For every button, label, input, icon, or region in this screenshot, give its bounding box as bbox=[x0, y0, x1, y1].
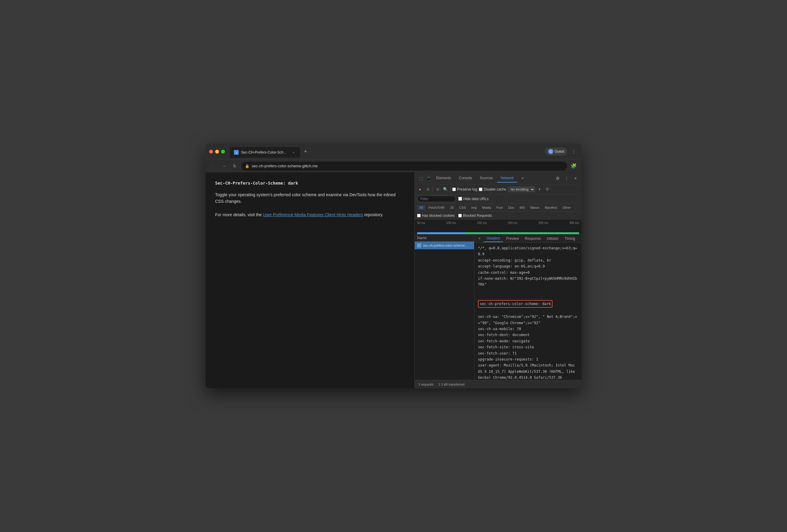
devtools-cursor-icon[interactable]: ⬚ bbox=[417, 175, 424, 182]
timeline-label-150: 150 ms bbox=[477, 221, 487, 225]
page-link[interactable]: User Preference Media Features Client Hi… bbox=[263, 212, 363, 217]
tab-more[interactable]: » bbox=[518, 174, 527, 182]
forward-button[interactable]: → bbox=[220, 162, 228, 170]
filter-button[interactable]: ⊘ bbox=[435, 186, 441, 192]
detail-tab-preview[interactable]: Preview bbox=[503, 235, 522, 242]
refresh-button[interactable]: ↻ bbox=[231, 162, 239, 170]
request-item[interactable]: sec-ch-prefers-color-scheme… bbox=[415, 242, 474, 249]
detail-tab-initiator[interactable]: Initiator bbox=[544, 235, 561, 242]
type-btn-manifest[interactable]: Manifest bbox=[543, 205, 560, 210]
page-paragraph-2: For more details, visit the User Prefere… bbox=[215, 212, 405, 218]
hide-data-urls-checkbox[interactable]: Hide data URLs bbox=[458, 197, 489, 201]
devtools-mobile-icon[interactable]: 📱 bbox=[425, 175, 432, 182]
more-options-button[interactable]: ⋮ bbox=[570, 147, 578, 156]
disable-cache-input[interactable] bbox=[479, 187, 483, 191]
detail-tab-close[interactable]: × bbox=[475, 235, 484, 242]
traffic-lights bbox=[209, 150, 225, 154]
page-text-3: repository. bbox=[364, 212, 383, 217]
type-btn-js[interactable]: JS bbox=[447, 205, 456, 210]
browser-tab[interactable]: S Sec-CH-Prefers-Color-Schem… × bbox=[230, 147, 300, 158]
title-bar: S Sec-CH-Prefers-Color-Schem… × + G Gues… bbox=[206, 144, 581, 159]
devtools-header-right: ⚙ ⋮ × bbox=[554, 175, 579, 182]
tab-console[interactable]: Console bbox=[455, 174, 475, 182]
page-text-2: For more details, visit the bbox=[215, 212, 262, 217]
extensions-button[interactable]: 🧩 bbox=[570, 162, 578, 170]
type-btn-font[interactable]: Font bbox=[494, 205, 505, 210]
clear-button[interactable]: ⊘ bbox=[425, 186, 431, 192]
header-entry-4: if-none-match: W/"392-B+pCtpzl+pyWUSHMRn… bbox=[478, 275, 578, 288]
address-bar[interactable]: 🔒 sec-ch-prefers-color-scheme.glitch.me bbox=[241, 162, 567, 171]
request-item-name: sec-ch-prefers-color-scheme… bbox=[423, 244, 468, 247]
blocked-requests-input[interactable] bbox=[458, 214, 462, 217]
header-entry-1: accept-encoding: gzip, deflate, br bbox=[478, 257, 578, 263]
filter-input[interactable] bbox=[417, 196, 456, 202]
maximize-button[interactable] bbox=[221, 150, 225, 154]
network-status-bar: 1 requests 1.1 kB transferred bbox=[415, 380, 581, 388]
tab-network[interactable]: Network bbox=[497, 174, 517, 182]
network-settings-icon[interactable]: ⚙ bbox=[545, 186, 550, 192]
type-btn-all[interactable]: All bbox=[417, 205, 425, 210]
requests-count: 1 requests bbox=[418, 383, 433, 386]
detail-pane[interactable]: × Headers Preview Response Initiator Tim… bbox=[474, 235, 581, 380]
hide-data-urls-input[interactable] bbox=[458, 197, 462, 201]
header-entry-highlighted: sec-ch-prefers-color-scheme: dark bbox=[478, 288, 578, 314]
back-button[interactable]: ← bbox=[209, 162, 217, 170]
detail-content: */*, q=0.8,application/signed-exchange;v… bbox=[474, 243, 581, 380]
new-tab-button[interactable]: + bbox=[301, 147, 310, 156]
header-entry-9: sec-fetch-mode: navigate bbox=[478, 338, 578, 344]
minimize-button[interactable] bbox=[215, 150, 219, 154]
type-btn-wasm[interactable]: Wasm bbox=[528, 205, 542, 210]
type-btn-doc[interactable]: Doc bbox=[506, 205, 517, 210]
tab-close-button[interactable]: × bbox=[291, 150, 296, 155]
network-split-pane: Name sec-ch-prefers-color-scheme… × Head… bbox=[415, 235, 581, 380]
type-btn-fetch[interactable]: Fetch/XHR bbox=[426, 205, 447, 210]
blocked-cookies-input[interactable] bbox=[417, 214, 421, 217]
tab-title: Sec-CH-Prefers-Color-Schem… bbox=[241, 150, 289, 154]
page-paragraph-1: Toggle your operating system's preferred… bbox=[215, 192, 405, 205]
close-button[interactable] bbox=[209, 150, 213, 154]
preserve-log-checkbox[interactable]: Preserve log bbox=[452, 187, 477, 192]
extra-filters-row: Has blocked cookies Blocked Requests bbox=[415, 212, 581, 220]
disable-cache-checkbox[interactable]: Disable cache bbox=[479, 187, 506, 192]
header-entry-7: sec-ch-ua-mobile: ?0 bbox=[478, 326, 578, 332]
main-content: Sec-CH-Prefers-Color-Scheme: dark Toggle… bbox=[206, 172, 581, 388]
tab-bar: S Sec-CH-Prefers-Color-Schem… × + bbox=[230, 144, 543, 159]
preserve-log-input[interactable] bbox=[452, 187, 456, 191]
filter-row: Hide data URLs bbox=[415, 195, 581, 203]
record-button[interactable]: ● bbox=[417, 186, 423, 192]
detail-tab-response[interactable]: Response bbox=[522, 235, 544, 242]
blocked-requests-checkbox[interactable]: Blocked Requests bbox=[458, 214, 492, 218]
timeline-label-300: 300 ms bbox=[569, 221, 579, 225]
devtools-settings-icon[interactable]: ⚙ bbox=[554, 175, 561, 182]
type-btn-ws[interactable]: WS bbox=[517, 205, 527, 210]
request-list-header: Name bbox=[415, 235, 474, 242]
detail-tab-timing[interactable]: Timing bbox=[561, 235, 578, 242]
browser-window: S Sec-CH-Prefers-Color-Schem… × + G Gues… bbox=[206, 144, 581, 388]
type-btn-css[interactable]: CSS bbox=[457, 205, 468, 210]
address-text: sec-ch-prefers-color-scheme.glitch.me bbox=[252, 164, 318, 168]
profile-area[interactable]: G Guest bbox=[545, 148, 567, 155]
search-button[interactable]: 🔍 bbox=[442, 186, 448, 192]
type-btn-other[interactable]: Other bbox=[560, 205, 573, 210]
throttle-select[interactable]: No throttling bbox=[508, 187, 535, 192]
header-entry-6: sec-ch-ua: "Chromium";v="92", " Not A;Br… bbox=[478, 314, 578, 326]
header-entry-3: cache-control: max-age=0 bbox=[478, 270, 578, 275]
devtools-more-icon[interactable]: ⋮ bbox=[563, 175, 570, 182]
timeline-labels: 50 ms 100 ms 150 ms 200 ms 250 ms 300 ms bbox=[415, 221, 581, 225]
header-entry-2: accept-language: en-US,en;q=0.9 bbox=[478, 263, 578, 269]
page-body: Toggle your operating system's preferred… bbox=[215, 192, 405, 218]
profile-icon: G bbox=[548, 149, 553, 154]
detail-tab-headers[interactable]: Headers bbox=[484, 235, 503, 242]
header-entry-11: sec-fetch-user: ?1 bbox=[478, 350, 578, 356]
webpage: Sec-CH-Prefers-Color-Scheme: dark Toggle… bbox=[206, 172, 414, 388]
devtools-close-icon[interactable]: × bbox=[572, 175, 579, 182]
timeline-label-50: 50 ms bbox=[417, 221, 425, 225]
tab-elements[interactable]: Elements bbox=[432, 174, 455, 182]
type-btn-img[interactable]: Img bbox=[469, 205, 479, 210]
blocked-cookies-checkbox[interactable]: Has blocked cookies bbox=[417, 214, 455, 218]
address-bar-row: ← → ↻ 🔒 sec-ch-prefers-color-scheme.glit… bbox=[206, 159, 581, 172]
type-btn-media[interactable]: Media bbox=[480, 205, 493, 210]
tab-sources[interactable]: Sources bbox=[476, 174, 496, 182]
throttle-down-icon[interactable]: ▾ bbox=[537, 186, 543, 192]
timeline-bar bbox=[417, 232, 579, 234]
